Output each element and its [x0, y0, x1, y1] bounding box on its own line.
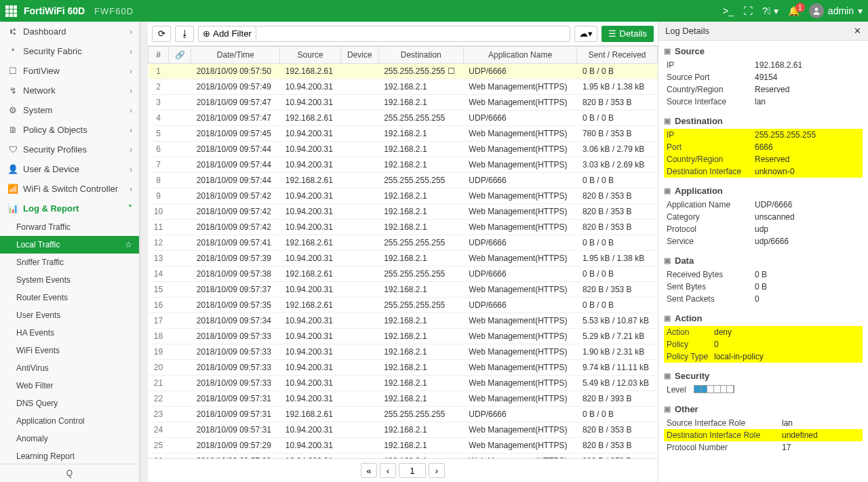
column-header[interactable]: 🔗 [169, 47, 191, 64]
logo[interactable]: FortiWiFi 60D FWF60D [5, 5, 134, 17]
sidebar-sub-label: Sniffer Traffic [16, 258, 64, 267]
table-row[interactable]: 142018/10/09 09:57:38192.168.2.61255.255… [149, 266, 658, 282]
sidebar-sub-forward-traffic[interactable]: Forward Traffic [0, 218, 139, 236]
sidebar-sub-application-control[interactable]: Application Control [0, 412, 139, 430]
sidebar-item-security-profiles[interactable]: 🛡Security Profiles› [0, 140, 139, 159]
sidebar-sub-router-events[interactable]: Router Events [0, 289, 139, 306]
sidebar-item-dashboard[interactable]: ⑆Dashboard› [0, 22, 139, 41]
row-source: 10.94.200.31 [280, 391, 340, 407]
details-button[interactable]: ☰ Details [601, 26, 654, 42]
sidebar-sub-antivirus[interactable]: AntiVirus [0, 359, 139, 377]
table-row[interactable]: 92018/10/09 09:57:4210.94.200.31192.168.… [149, 188, 658, 204]
sidebar-item-policy-objects[interactable]: 🗎Policy & Objects› [0, 120, 139, 140]
row-source: 10.94.200.31 [280, 220, 340, 235]
sidebar-sub-sniffer-traffic[interactable]: Sniffer Traffic [0, 254, 139, 271]
sidebar-scrollbar[interactable] [140, 22, 148, 482]
sidebar-item-label: System [23, 105, 52, 115]
row-sentrecv: 1.90 kB / 2.31 kB [577, 344, 658, 360]
view-options-button[interactable]: ☁▾ [574, 26, 597, 42]
table-row[interactable]: 112018/10/09 09:57:4210.94.200.31192.168… [149, 220, 658, 235]
table-row[interactable]: 222018/10/09 09:57:3110.94.200.31192.168… [149, 391, 658, 407]
table-row[interactable]: 152018/10/09 09:57:3710.94.200.31192.168… [149, 282, 658, 298]
sidebar-sub-user-events[interactable]: User Events [0, 306, 139, 324]
row-device [340, 142, 378, 157]
table-row[interactable]: 102018/10/09 09:57:4210.94.200.31192.168… [149, 204, 658, 220]
sidebar-item-system[interactable]: ⚙System› [0, 100, 139, 120]
column-header[interactable]: Sent / Received [577, 47, 658, 64]
section-action[interactable]: Action [664, 313, 863, 323]
sidebar-sub-anomaly[interactable]: Anomaly [0, 430, 139, 447]
download-button[interactable]: ⭳ [175, 26, 194, 42]
row-num: 6 [149, 142, 169, 157]
section-other[interactable]: Other [664, 404, 863, 414]
prev-page-button[interactable]: ‹ [380, 463, 396, 478]
table-row[interactable]: 12018/10/09 09:57:50192.168.2.61255.255.… [149, 64, 658, 79]
page-input[interactable] [399, 463, 426, 478]
sidebar-sub-system-events[interactable]: System Events [0, 271, 139, 289]
section-destination[interactable]: Destination [664, 116, 863, 126]
add-filter-button[interactable]: ⊕Add Filter [198, 26, 256, 42]
sidebar-item-fortiview[interactable]: ☐FortiView› [0, 61, 139, 81]
row-destination: 192.168.2.1 [378, 95, 463, 111]
sidebar-sub-wifi-events[interactable]: WiFi Events [0, 342, 139, 359]
row-app: UDP/6666 [463, 235, 577, 251]
row-source: 10.94.200.31 [280, 454, 340, 459]
section-application[interactable]: Application [664, 186, 863, 196]
table-row[interactable]: 122018/10/09 09:57:41192.168.2.61255.255… [149, 235, 658, 251]
next-page-button[interactable]: › [429, 463, 445, 478]
sidebar-sub-local-traffic[interactable]: Local Traffic☆ [0, 236, 139, 254]
row-datetime: 2018/10/09 09:57:37 [191, 282, 280, 298]
refresh-button[interactable]: ⟳ [152, 26, 171, 42]
column-header[interactable]: Device [340, 47, 378, 64]
sidebar-item-label: Security Profiles [23, 144, 87, 155]
filter-input[interactable] [256, 26, 570, 42]
table-row[interactable]: 182018/10/09 09:57:3310.94.200.31192.168… [149, 329, 658, 344]
column-header[interactable]: Source [280, 47, 340, 64]
table-row[interactable]: 262018/10/09 09:57:2910.94.200.31192.168… [149, 454, 658, 459]
chevron-icon: › [130, 66, 132, 76]
sidebar-item-network[interactable]: ↯Network› [0, 81, 139, 100]
sidebar-search-button[interactable]: Q [0, 464, 139, 482]
help-icon[interactable]: ?⃝ ▾ [762, 5, 778, 16]
row-app: Web Management(HTTPS) [463, 282, 577, 298]
table-row[interactable]: 132018/10/09 09:57:3910.94.200.31192.168… [149, 251, 658, 266]
table-row[interactable]: 52018/10/09 09:57:4510.94.200.31192.168.… [149, 126, 658, 142]
table-row[interactable]: 192018/10/09 09:57:3310.94.200.31192.168… [149, 344, 658, 360]
column-header[interactable]: Application Name [463, 47, 577, 64]
section-security[interactable]: Security [664, 371, 863, 381]
table-row[interactable]: 242018/10/09 09:57:3110.94.200.31192.168… [149, 422, 658, 438]
table-row[interactable]: 202018/10/09 09:57:3310.94.200.31192.168… [149, 360, 658, 376]
star-icon[interactable]: ☆ [125, 240, 132, 249]
first-page-button[interactable]: « [361, 463, 377, 478]
cli-icon[interactable]: >_ [723, 5, 734, 16]
sidebar-sub-learning-report[interactable]: Learning Report [0, 447, 139, 465]
table-row[interactable]: 162018/10/09 09:57:35192.168.2.61255.255… [149, 298, 658, 313]
sidebar-sub-dns-query[interactable]: DNS Query [0, 395, 139, 412]
section-data[interactable]: Data [664, 256, 863, 266]
table-row[interactable]: 32018/10/09 09:57:4710.94.200.31192.168.… [149, 95, 658, 111]
table-row[interactable]: 62018/10/09 09:57:4410.94.200.31192.168.… [149, 142, 658, 157]
table-row[interactable]: 212018/10/09 09:57:3310.94.200.31192.168… [149, 376, 658, 391]
table-row[interactable]: 232018/10/09 09:57:31192.168.2.61255.255… [149, 407, 658, 422]
table-row[interactable]: 172018/10/09 09:57:3410.94.200.31192.168… [149, 313, 658, 329]
log-table-wrap[interactable]: #🔗Date/TimeSourceDeviceDestinationApplic… [148, 46, 658, 458]
section-source[interactable]: Source [664, 46, 863, 56]
close-icon[interactable]: ✕ [854, 26, 861, 36]
sidebar-item-wifi-switch-controller[interactable]: 📶WiFi & Switch Controller› [0, 179, 139, 199]
sidebar-sub-web-filter[interactable]: Web Filter [0, 377, 139, 395]
sidebar-sub-ha-events[interactable]: HA Events [0, 324, 139, 342]
table-row[interactable]: 252018/10/09 09:57:2910.94.200.31192.168… [149, 438, 658, 454]
sidebar-item-user-device[interactable]: 👤User & Device› [0, 159, 139, 179]
sidebar-item-log-report[interactable]: 📊Log & Report˅ [0, 199, 139, 218]
table-row[interactable]: 72018/10/09 09:57:4410.94.200.31192.168.… [149, 157, 658, 173]
user-menu[interactable]: admin ▾ [809, 3, 863, 18]
column-header[interactable]: # [149, 47, 169, 64]
table-row[interactable]: 42018/10/09 09:57:47192.168.2.61255.255.… [149, 111, 658, 126]
fullscreen-icon[interactable]: ⛶ [743, 5, 753, 16]
sidebar-item-security-fabric[interactable]: *Security Fabric› [0, 41, 139, 61]
table-row[interactable]: 82018/10/09 09:57:44192.168.2.61255.255.… [149, 173, 658, 188]
column-header[interactable]: Destination [378, 47, 463, 64]
bell-icon[interactable]: 🔔1 [788, 5, 800, 16]
table-row[interactable]: 22018/10/09 09:57:4910.94.200.31192.168.… [149, 79, 658, 95]
column-header[interactable]: Date/Time [191, 47, 280, 64]
